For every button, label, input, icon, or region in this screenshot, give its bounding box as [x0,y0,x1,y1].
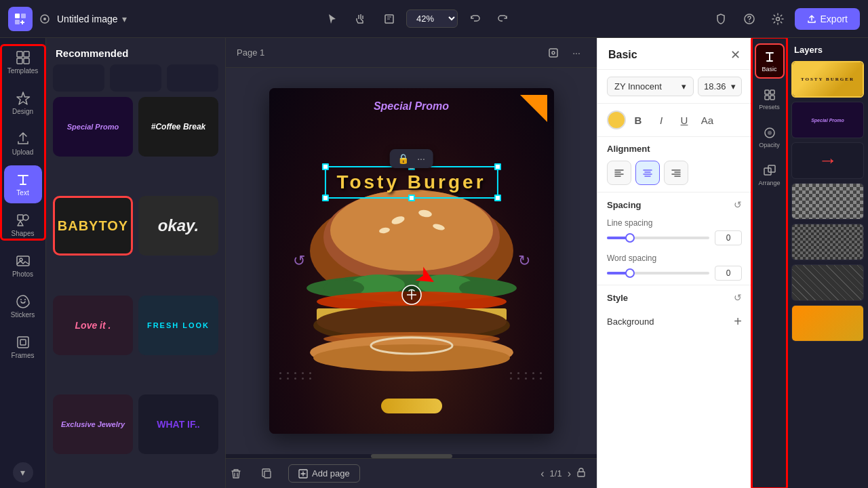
word-spacing-value[interactable]: 0 [715,266,742,281]
svg-rect-11 [17,52,22,57]
tool-arrange[interactable]: Arrange [755,157,785,192]
underline-button[interactable]: U [673,109,695,131]
line-spacing-value[interactable]: 0 [715,230,742,245]
templates-grid: Special Promo #Coffee Break BABYTOY okay… [46,97,225,488]
svg-rect-2 [15,20,20,24]
svg-rect-51 [765,96,769,100]
spacing-section: Line spacing 0 Word spacing 0 [597,214,751,285]
delete-element-button[interactable] [226,464,246,484]
app-logo[interactable] [8,7,33,31]
template-mini-2[interactable] [110,64,161,92]
layer-item-arrow[interactable]: → [791,142,864,179]
sidebar-item-upload[interactable]: Upload [4,125,42,163]
templates-top-row [46,64,225,97]
layer-item-orange[interactable] [791,305,864,342]
hand-tool[interactable] [349,7,372,30]
add-page-button[interactable]: Add page [288,464,360,483]
case-button[interactable]: Aa [696,109,718,131]
align-right-button[interactable] [664,161,688,185]
handle-bl[interactable] [321,195,328,201]
layer-item-checker1[interactable] [791,183,864,220]
template-mini-3[interactable] [167,64,218,92]
sidebar-expand[interactable]: ▾ [13,462,33,483]
svg-rect-22 [20,340,26,345]
layer-item-lines[interactable] [791,264,864,301]
background-add-button[interactable]: + [734,314,742,329]
floating-lock-icon[interactable]: 🔒 [397,153,409,164]
template-okay[interactable]: okay. [138,196,218,256]
sidebar-item-templates[interactable]: Templates [4,43,42,81]
align-center-button[interactable] [635,161,660,185]
sidebar-item-stickers[interactable]: Stickers [4,287,42,325]
lock-page-button[interactable] [576,468,586,480]
template-babytoy[interactable]: BABYTOY [53,196,133,256]
svg-point-9 [749,21,750,22]
shield-button[interactable] [709,7,732,30]
canvas-cta-button[interactable] [381,399,442,413]
handle-br[interactable] [494,195,501,201]
handle-bm[interactable] [408,195,414,201]
undo-button[interactable] [463,7,486,30]
canvas-card[interactable]: Special Promo [269,88,554,434]
special-promo-text[interactable]: Special Promo [374,100,449,113]
line-spacing-slider[interactable] [607,237,709,239]
tool-opacity[interactable]: Opacity [755,119,785,155]
svg-rect-14 [24,58,29,64]
tool-presets[interactable]: Presets [755,81,785,117]
template-special-promo[interactable]: Special Promo [53,97,133,157]
tool-basic[interactable]: Basic [755,43,785,79]
word-spacing-slider[interactable] [607,272,709,274]
zoom-selector[interactable]: 42% 50% 75% 100% [406,9,458,28]
svg-point-54 [768,131,772,135]
font-selector[interactable]: ZY Innocent ▾ [607,77,694,96]
curve-arrow-left: ↺ [293,252,305,270]
page-more-button[interactable]: ··· [567,43,586,62]
svg-rect-23 [549,49,557,57]
template-freshlook[interactable]: FRESH LOOK [138,296,218,355]
sidebar-item-text[interactable]: Text [4,165,42,203]
prev-page-button[interactable]: ‹ [540,468,544,480]
sidebar: Templates Design Upload Text [0,38,46,488]
svg-point-43 [313,344,510,371]
redo-button[interactable] [492,7,515,30]
line-spacing-row: Line spacing 0 [607,214,742,249]
svg-rect-52 [770,96,774,100]
layer-item-yellow[interactable]: TOSTY BURGER [791,61,864,98]
svg-rect-56 [768,165,775,172]
template-loveit[interactable]: Love it . [53,296,133,355]
template-whatif[interactable]: WHAT IF.. [138,394,218,454]
align-left-button[interactable] [607,161,631,185]
panel-close-button[interactable]: ✕ [730,47,741,62]
template-mini-1[interactable] [53,64,104,92]
floating-more-icon[interactable]: ··· [417,153,425,164]
handle-tl[interactable] [321,163,328,170]
layer-item-special-promo[interactable]: Special Promo [791,102,864,138]
help-button[interactable] [738,7,761,30]
style-refresh-button[interactable]: ↺ [734,292,742,303]
templates-panel-header: Recommended [46,38,225,64]
document-title[interactable]: Untitled image ▾ [39,14,127,24]
handle-tr[interactable] [494,163,501,170]
selected-text-element[interactable]: Tosty Burger [324,166,498,199]
copy-element-button[interactable] [257,464,277,484]
layer-item-checker2[interactable] [791,224,864,260]
page-settings-button[interactable] [544,43,563,62]
sidebar-item-shapes[interactable]: Shapes [4,206,42,244]
spacing-refresh-button[interactable]: ↺ [734,199,742,210]
export-button[interactable]: Export [795,8,860,30]
cursor-tool[interactable] [321,7,344,30]
template-coffee-break[interactable]: #Coffee Break [138,97,218,157]
bold-button[interactable]: B [627,109,649,131]
next-page-button[interactable]: › [568,468,571,480]
text-color-button[interactable] [607,110,626,129]
font-size-input[interactable]: 18.36 ▾ [698,77,742,96]
svg-rect-55 [764,168,771,175]
sidebar-item-photos[interactable]: Photos [4,247,42,285]
italic-button[interactable]: I [650,109,672,131]
sidebar-item-frames[interactable]: Frames [4,328,42,366]
template-exclusive[interactable]: Exclusive Jewelry [53,394,133,454]
settings-button[interactable] [766,7,789,30]
frame-tool[interactable] [378,7,401,30]
sidebar-item-design[interactable]: Design [4,84,42,122]
svg-rect-46 [264,471,271,478]
